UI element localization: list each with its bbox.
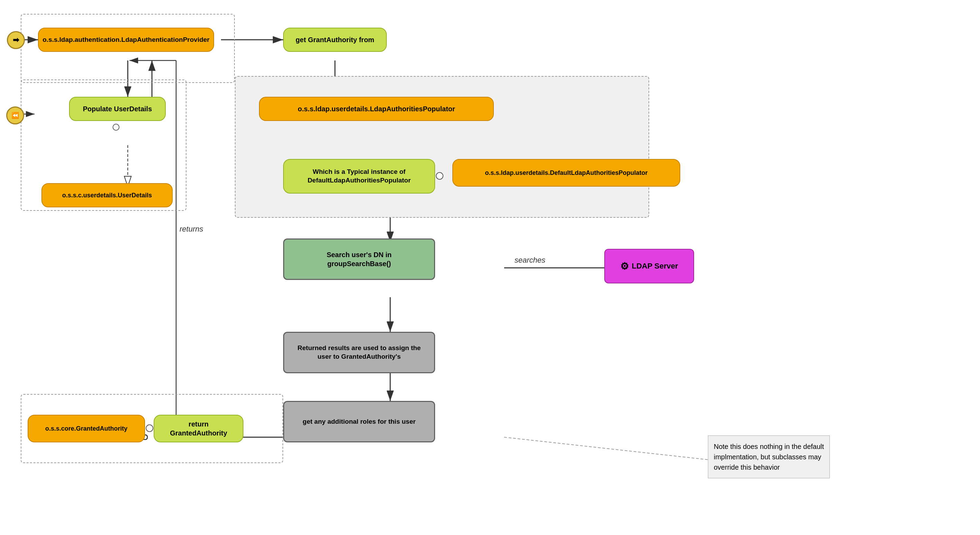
search-user-dn-node: Search user's DN in groupSearchBase() <box>283 238 435 280</box>
gear-icon: ⚙ <box>620 260 629 272</box>
ldap-auth-provider-node: o.s.s.ldap.authentication.LdapAuthentica… <box>38 28 214 52</box>
searches-label: searches <box>514 256 545 265</box>
get-additional-roles-node: get any additional roles for this user <box>283 401 435 442</box>
svg-line-19 <box>504 437 708 460</box>
interface-circle-2 <box>146 425 153 432</box>
ldap-authorities-populator-node: o.s.s.ldap.userdetails.LdapAuthoritiesPo… <box>259 97 494 121</box>
oss-userdetails-node: o.s.s.c.userdetails.UserDetails <box>41 183 173 208</box>
get-grant-authority-node: get GrantAuthority from <box>283 28 387 52</box>
diagram-container: ➡ o.s.s.ldap.authentication.LdapAuthenti… <box>0 0 980 535</box>
return-icon: ⏪ <box>6 107 24 125</box>
returned-results-node: Returned results are used to assign the … <box>283 332 435 373</box>
note-box: Note this does nothing in the default im… <box>708 436 830 478</box>
typical-instance-node: Which is a Typical instance of DefaultLd… <box>283 159 435 193</box>
return-granted-authority-node: return GrantedAuthority <box>154 415 243 442</box>
returns-label: returns <box>180 225 203 234</box>
oss-core-granted-node: o.s.s.core.GrantedAuthority <box>28 415 145 442</box>
ldap-server-node: ⚙ LDAP Server <box>604 249 694 283</box>
entry-icon: ➡ <box>7 31 25 49</box>
composition-circle <box>113 124 119 131</box>
interface-circle <box>436 172 443 180</box>
default-ldap-authorities-node: o.s.s.ldap.userdetails.DefaultLdapAuthor… <box>452 159 680 187</box>
populate-userdetails-node: Populate UserDetails <box>69 97 166 121</box>
